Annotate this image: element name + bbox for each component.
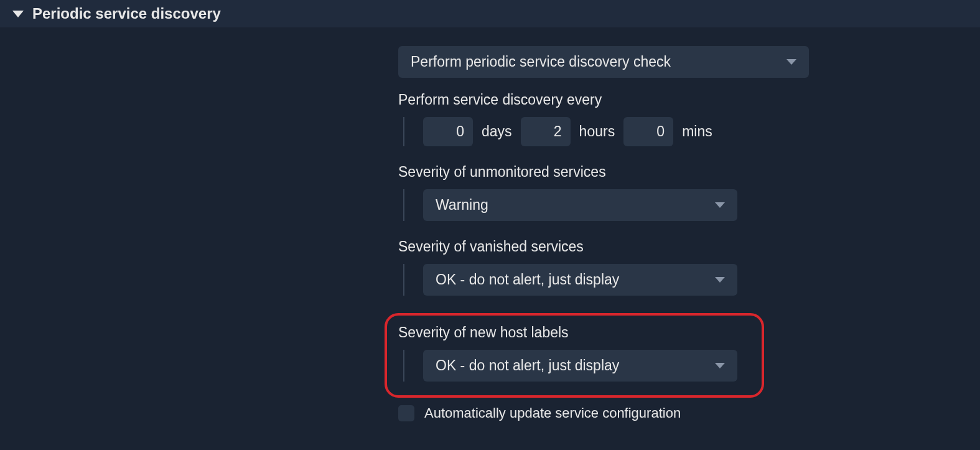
newlabels-dropdown[interactable]: OK - do not alert, just display	[423, 350, 737, 382]
chevron-down-icon	[786, 59, 796, 65]
chevron-down-icon	[715, 363, 725, 368]
unmonitored-label: Severity of unmonitored services	[398, 164, 968, 180]
vanished-row: OK - do not alert, just display	[403, 264, 968, 296]
discovery-mode-dropdown[interactable]: Perform periodic service discovery check	[398, 46, 809, 78]
autoupdate-row: Automatically update service configurati…	[398, 405, 968, 421]
section-content: Perform periodic service discovery check…	[0, 27, 980, 434]
newlabels-label: Severity of new host labels	[398, 324, 750, 341]
section-title: Periodic service discovery	[32, 5, 221, 22]
chevron-down-icon	[715, 277, 725, 283]
newlabels-row: OK - do not alert, just display	[403, 350, 750, 382]
vanished-label: Severity of vanished services	[398, 238, 968, 255]
hours-unit: hours	[579, 123, 615, 140]
dropdown-value: Perform periodic service discovery check	[411, 54, 671, 70]
autoupdate-checkbox[interactable]	[398, 405, 414, 421]
dropdown-value: OK - do not alert, just display	[436, 271, 619, 288]
vanished-dropdown[interactable]: OK - do not alert, just display	[423, 264, 737, 296]
chevron-down-icon	[715, 202, 725, 208]
dropdown-value: Warning	[436, 197, 488, 213]
hours-input[interactable]	[521, 117, 571, 146]
mins-unit: mins	[682, 123, 712, 140]
interval-label: Perform service discovery every	[398, 91, 968, 108]
interval-row: days hours mins	[403, 117, 968, 146]
section-header[interactable]: Periodic service discovery	[0, 0, 980, 27]
days-input[interactable]	[423, 117, 473, 146]
highlight-annotation: Severity of new host labels OK - do not …	[385, 313, 764, 398]
days-unit: days	[482, 123, 512, 140]
autoupdate-label: Automatically update service configurati…	[424, 405, 681, 421]
dropdown-value: OK - do not alert, just display	[436, 357, 619, 374]
unmonitored-dropdown[interactable]: Warning	[423, 189, 737, 221]
mins-input[interactable]	[623, 117, 673, 146]
collapse-icon	[12, 11, 24, 17]
unmonitored-row: Warning	[403, 189, 968, 221]
